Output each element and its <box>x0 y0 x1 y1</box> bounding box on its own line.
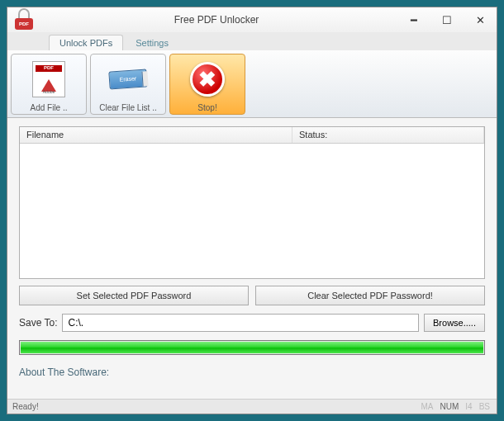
set-password-button[interactable]: Set Selected PDF Password <box>19 286 249 305</box>
progress-fill <box>21 342 483 353</box>
main-panel: Filename Status: Set Selected PDF Passwo… <box>7 118 497 399</box>
toolbar: Adobe Add File .. Clear File List .. ✖ S… <box>7 50 497 118</box>
stop-icon: ✖ <box>190 54 225 103</box>
tabstrip: Unlock PDFs Settings <box>7 32 497 50</box>
password-button-row: Set Selected PDF Password Clear Selected… <box>19 286 485 305</box>
column-filename[interactable]: Filename <box>20 127 292 143</box>
about-link[interactable]: About The Software: <box>19 367 485 378</box>
save-to-label: Save To: <box>19 317 57 329</box>
status-ready: Ready! <box>12 402 39 411</box>
stop-button[interactable]: ✖ Stop! <box>169 54 245 115</box>
column-status[interactable]: Status: <box>292 127 484 143</box>
status-bs: BS <box>478 402 492 411</box>
clear-file-list-button[interactable]: Clear File List .. <box>90 54 166 115</box>
listview-header: Filename Status: <box>20 127 484 144</box>
titlebar[interactable]: Free PDF Unlocker ━ ☐ ✕ <box>7 7 497 32</box>
status-ma: MA <box>420 402 435 411</box>
add-file-button[interactable]: Adobe Add File .. <box>11 54 87 115</box>
browse-button[interactable]: Browse..... <box>424 314 485 332</box>
clear-password-button[interactable]: Clear Selected PDF Password! <box>255 286 485 305</box>
stop-label: Stop! <box>197 103 216 112</box>
minimize-button[interactable]: ━ <box>397 10 430 30</box>
file-listview[interactable]: Filename Status: <box>19 126 485 279</box>
maximize-button[interactable]: ☐ <box>430 10 464 30</box>
eraser-icon <box>109 54 147 103</box>
clear-list-label: Clear File List .. <box>99 103 156 112</box>
listview-body[interactable] <box>20 144 484 278</box>
save-to-row: Save To: Browse..... <box>19 314 485 332</box>
status-i4: I4 <box>464 402 473 411</box>
tab-unlock-pdfs[interactable]: Unlock PDFs <box>49 35 123 50</box>
status-num: NUM <box>439 402 461 411</box>
window-controls: ━ ☐ ✕ <box>397 10 497 30</box>
add-file-label: Add File .. <box>30 103 67 112</box>
app-icon <box>12 8 36 31</box>
statusbar: Ready! MA NUM I4 BS <box>7 399 497 414</box>
save-to-input[interactable] <box>62 314 419 332</box>
pdf-file-icon: Adobe <box>32 54 65 103</box>
close-button[interactable]: ✕ <box>464 10 497 30</box>
progress-bar <box>19 340 485 355</box>
window-title: Free PDF Unlocker <box>36 14 397 26</box>
tab-settings[interactable]: Settings <box>125 35 179 50</box>
app-window: Free PDF Unlocker ━ ☐ ✕ Unlock PDFs Sett… <box>7 7 497 414</box>
